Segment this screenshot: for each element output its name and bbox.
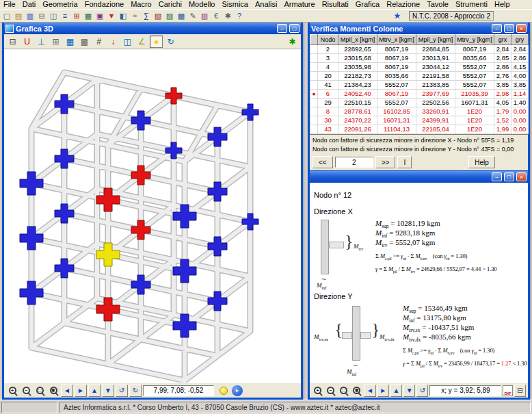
menu-item-geometria[interactable]: Geometria [39, 0, 81, 9]
page-number-field[interactable]: 2 [335, 157, 373, 168]
menu-item-analisi[interactable]: Analisi [252, 0, 280, 9]
pan-left-icon[interactable]: ◄ [61, 385, 73, 397]
table-row[interactable]: 4121384,235552,0721383,855552,073,853,85 [310, 81, 529, 90]
rotate-view-icon[interactable]: ↻ [164, 36, 177, 48]
table-row[interactable]: ◆624052,408067,1923977,6921035,392,981,1… [310, 90, 529, 99]
menu-item-fondazione[interactable]: Fondazione [81, 0, 128, 9]
relazione-icon[interactable]: ✎ [187, 11, 198, 21]
table-row[interactable]: 323015,688067,1923013,918035,662,852,86 [310, 54, 529, 63]
help-button[interactable]: Help [468, 156, 495, 168]
geometria-icon[interactable]: ⊞ [71, 11, 82, 21]
pan-down-icon[interactable]: ▼ [102, 385, 114, 397]
pan-right-icon[interactable]: ► [75, 385, 87, 397]
grafica-icon[interactable]: ▩ [176, 11, 187, 21]
menu-item-risultati[interactable]: Risultati [319, 0, 352, 9]
column-header[interactable]: Mpil_x [kgm] [338, 35, 377, 45]
fondazione-icon[interactable]: ▦ [83, 11, 94, 21]
verifica-titlebar[interactable]: Verifica Momenti Colonne − □ × [310, 23, 528, 34]
computo-icon[interactable]: € [211, 11, 222, 21]
print-icon[interactable]: ⊟ [36, 11, 47, 21]
undo-icon[interactable]: U [21, 36, 34, 48]
zoom-out-icon[interactable]: − [20, 385, 32, 397]
zoom-extents-icon[interactable]: ✱ [47, 385, 59, 397]
prev-page-button[interactable]: << [312, 156, 333, 168]
table-row[interactable]: 423035,988067,1923044,125552,072,864,15 [310, 63, 529, 72]
table-row[interactable]: 3024370,2216071,3124399,911E201,520,00 [310, 116, 529, 125]
pan-up-icon[interactable]: ▲ [88, 385, 101, 397]
minimize-button[interactable]: − [492, 172, 502, 181]
pan-left-icon[interactable]: ◄ [364, 385, 375, 397]
column-header[interactable]: Mtrv_x [kgm] [377, 35, 416, 45]
wireframe-icon[interactable]: ▦ [64, 36, 77, 48]
dati-generali-icon[interactable]: ≡ [59, 11, 70, 21]
menu-item-modello[interactable]: Modello [185, 0, 219, 9]
risultati-icon[interactable]: ▨ [164, 11, 175, 21]
open-file-icon[interactable]: ▤ [13, 11, 24, 21]
loads-view-icon[interactable]: ↓ [107, 36, 120, 48]
column-header[interactable]: Mtrv_y [kgm] [455, 35, 494, 45]
print-view-icon[interactable]: ⊟ [514, 385, 526, 397]
maximize-button[interactable]: □ [504, 24, 514, 33]
grafica-3d-titlebar[interactable]: Grafica 3D − □ [4, 23, 301, 34]
menu-item-armature[interactable]: Armature [280, 0, 318, 9]
render-icon[interactable]: ▩ [78, 36, 91, 48]
armature-icon[interactable]: ▧ [152, 11, 163, 21]
table-row[interactable]: 2022182,738035,6622191,585552,072,764,00 [310, 72, 529, 81]
carichi-icon[interactable]: ▼ [106, 11, 117, 21]
zoom-window-icon[interactable]: □ [338, 385, 349, 397]
daylight-icon[interactable]: ● [150, 36, 163, 48]
table-row[interactable]: 222892,658067,1922884,858067,192,842,84 [310, 45, 529, 54]
refresh-icon[interactable]: ✱ [286, 36, 299, 48]
rotate-right-icon[interactable]: ↻ [129, 385, 142, 397]
opzioni-icon[interactable]: ✱ [222, 11, 233, 21]
help-icon[interactable]: ? [234, 11, 245, 21]
menu-item-tavole[interactable]: Tavole [423, 0, 452, 9]
analisi-icon[interactable]: ∑ [141, 11, 152, 21]
close-button[interactable]: × [516, 172, 527, 181]
pan-down-icon[interactable]: ▼ [403, 385, 415, 397]
maximize-button[interactable]: □ [289, 24, 300, 33]
menu-item-grafica[interactable]: Grafica [352, 0, 383, 9]
column-header[interactable]: gry [511, 35, 529, 45]
menu-item-carichi[interactable]: Carichi [155, 0, 185, 9]
macro-icon[interactable]: ▣ [94, 11, 105, 21]
maximize-button[interactable]: □ [504, 172, 514, 181]
pan-right-icon[interactable]: ► [377, 385, 389, 397]
moments-table[interactable]: NodoMpil_x [kgm]Mtrv_x [kgm]Mpil_y [kgm]… [310, 34, 529, 134]
print-icon[interactable]: ⊟ [6, 36, 19, 48]
menu-item-help[interactable]: Help [491, 0, 514, 9]
menu-item-strumenti[interactable]: Strumenti [452, 0, 491, 9]
node-numbers-icon[interactable]: # [92, 36, 105, 48]
zoom-in-icon[interactable]: + [6, 385, 18, 397]
minimize-button[interactable]: − [492, 24, 502, 33]
zoom-out-icon[interactable]: − [325, 385, 336, 397]
minimize-button[interactable]: − [277, 24, 287, 33]
grid-icon[interactable]: ⊞ [49, 36, 62, 48]
zoom-extents-icon[interactable]: ✱ [351, 385, 362, 397]
axes-icon[interactable]: ⊥ [35, 36, 48, 48]
table-row[interactable]: 2922510,155552,0722502,5616071,314,051,4… [310, 99, 529, 107]
preview-icon[interactable]: ◫ [48, 11, 59, 21]
zoom-window-icon[interactable]: □ [34, 385, 46, 397]
rotate-left-icon[interactable]: ↺ [116, 385, 128, 397]
measure-icon[interactable]: ∠ [135, 36, 148, 48]
dxf-export-icon[interactable]: DXF [503, 385, 512, 396]
rotate-left-icon[interactable]: ↺ [416, 385, 428, 397]
next-page-button[interactable]: >> [375, 156, 396, 168]
modello-icon[interactable]: ◧ [118, 11, 129, 21]
table-row[interactable]: 828778,6116102,8533260,911E201,790,00 [310, 107, 529, 116]
column-header[interactable]: Nodo [318, 35, 338, 45]
sismica-icon[interactable]: ≈ [129, 11, 140, 21]
column-header[interactable]: grx [494, 35, 511, 45]
menu-item-sismica[interactable]: Sismica [218, 0, 252, 9]
table-row[interactable]: 4322091,2611104,1322185,041E201,990,00 [310, 125, 529, 134]
render-light-icon[interactable] [220, 387, 228, 395]
wizard-icon[interactable]: ★ [392, 11, 403, 21]
menu-item-dati[interactable]: Dati [19, 0, 40, 9]
info-button[interactable]: I [397, 156, 412, 168]
zoom-in-icon[interactable]: + [312, 385, 323, 397]
column-header[interactable]: Mpil_y [kgm] [416, 35, 455, 45]
pan-up-icon[interactable]: ▲ [390, 385, 402, 397]
sections-view-icon[interactable]: ◫ [121, 36, 134, 48]
close-button[interactable]: × [516, 24, 527, 33]
